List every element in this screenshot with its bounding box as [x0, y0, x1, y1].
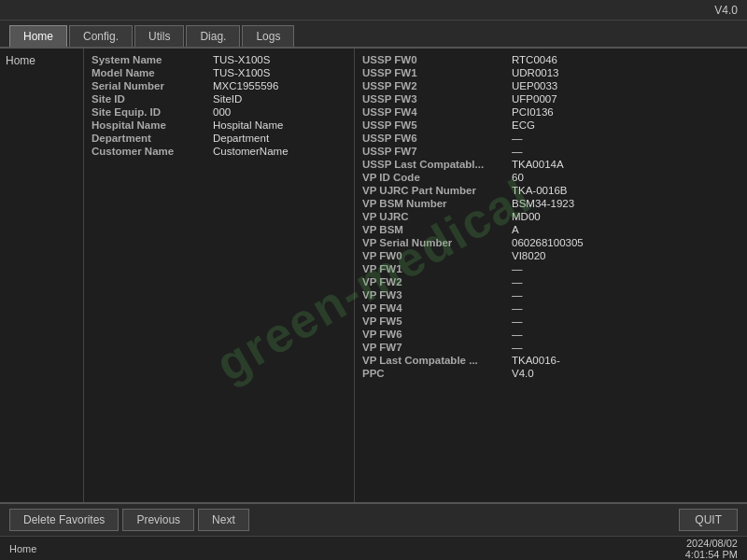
info-key: System Name — [92, 54, 213, 65]
fw-value: — — [512, 133, 523, 144]
next-button[interactable]: Next — [198, 509, 249, 531]
info-row: System NameTUS-X100S — [92, 54, 346, 65]
info-row: Model NameTUS-X100S — [92, 67, 346, 78]
fw-value: MD00 — [512, 211, 541, 222]
fw-row: USSP FW6— — [362, 133, 728, 144]
fw-key: USSP FW5 — [362, 119, 512, 131]
tab-utils[interactable]: Utils — [134, 25, 184, 47]
fw-info-scroll[interactable]: USSP FW0RTC0046USSP FW1UDR0013USSP FW2UE… — [355, 49, 747, 502]
fw-value: — — [512, 329, 523, 340]
fw-row: USSP FW0RTC0046 — [362, 54, 728, 65]
fw-row: VP FW2— — [362, 276, 728, 287]
fw-key: VP FW3 — [362, 289, 512, 301]
info-key: Model Name — [92, 67, 213, 78]
fw-key: VP FW6 — [362, 329, 512, 340]
info-key: Site ID — [92, 93, 213, 105]
fw-row: VP FW0VI8020 — [362, 250, 728, 261]
status-label: Home — [9, 543, 36, 554]
fw-row: VP BSMA — [362, 224, 728, 235]
fw-key: USSP FW2 — [362, 80, 512, 91]
fw-value: — — [512, 289, 523, 301]
fw-key: USSP FW0 — [362, 54, 512, 65]
info-value: Department — [213, 133, 269, 144]
info-row: Site Equip. ID000 — [92, 106, 346, 118]
fw-key: VP ID Code — [362, 172, 512, 183]
fw-key: VP BSM Number — [362, 198, 512, 209]
fw-value: TKA0016- — [512, 355, 560, 366]
fw-key: VP FW5 — [362, 315, 512, 327]
fw-key: VP Serial Number — [362, 237, 512, 248]
fw-row: USSP Last Compatabl...TKA0014A — [362, 159, 728, 170]
fw-value: UFP0007 — [512, 93, 557, 105]
fw-row: USSP FW5ECG — [362, 119, 728, 131]
fw-row: VP FW5— — [362, 315, 728, 327]
fw-key: VP FW1 — [362, 263, 512, 274]
version-label: V4.0 — [714, 4, 738, 17]
tab-diag[interactable]: Diag. — [186, 25, 240, 47]
fw-row: VP FW7— — [362, 342, 728, 353]
fw-key: VP BSM — [362, 224, 512, 235]
fw-row: VP BSM NumberBSM34-1923 — [362, 198, 728, 209]
fw-key: USSP FW3 — [362, 93, 512, 105]
fw-value: — — [512, 276, 523, 287]
fw-row: USSP FW2UEP0033 — [362, 80, 728, 91]
info-row: Serial NumberMXC1955596 — [92, 80, 346, 91]
tab-home[interactable]: Home — [9, 25, 67, 47]
fw-key: VP FW7 — [362, 342, 512, 353]
info-row: Site IDSiteID — [92, 93, 346, 105]
date-display: 2024/08/02 — [686, 538, 738, 549]
fw-row: USSP FW4PCI0136 — [362, 106, 728, 118]
fw-key: VP FW0 — [362, 250, 512, 261]
info-key: Site Equip. ID — [92, 106, 213, 118]
fw-key: VP Last Compatable ... — [362, 355, 512, 366]
fw-value: RTC0046 — [512, 54, 557, 65]
time-display: 4:01:54 PM — [685, 549, 738, 560]
fw-key: PPC — [362, 368, 512, 379]
fw-key: VP UJRC — [362, 211, 512, 222]
fw-value: — — [512, 263, 523, 274]
fw-key: USSP FW6 — [362, 133, 512, 144]
info-value: Hospital Name — [213, 119, 283, 131]
quit-button[interactable]: QUIT — [679, 509, 738, 531]
info-value: MXC1955596 — [213, 80, 278, 91]
fw-value: A — [512, 224, 519, 235]
previous-button[interactable]: Previous — [122, 509, 194, 531]
info-value: CustomerName — [213, 146, 289, 157]
status-bar: Home 2024/08/02 4:01:54 PM — [0, 536, 747, 560]
fw-key: VP UJRC Part Number — [362, 185, 512, 196]
fw-value: — — [512, 302, 523, 314]
fw-key: VP FW4 — [362, 302, 512, 314]
tab-bar: HomeConfig.UtilsDiag.Logs — [0, 21, 747, 49]
bottom-bar: Delete Favorites Previous Next QUIT — [0, 502, 747, 536]
fw-row: VP ID Code60 — [362, 172, 728, 183]
info-key: Customer Name — [92, 146, 213, 157]
fw-row: VP FW1— — [362, 263, 728, 274]
info-value: SiteID — [213, 93, 242, 105]
fw-value: — — [512, 342, 523, 353]
fw-row: VP UJRC Part NumberTKA-0016B — [362, 185, 728, 196]
fw-row: USSP FW1UDR0013 — [362, 67, 728, 78]
fw-row: USSP FW7— — [362, 146, 728, 157]
info-key: Department — [92, 133, 213, 144]
fw-value: UDR0013 — [512, 67, 559, 78]
tab-logs[interactable]: Logs — [242, 25, 294, 47]
fw-row: VP UJRCMD00 — [362, 211, 728, 222]
fw-row: VP FW3— — [362, 289, 728, 301]
fw-row: VP Last Compatable ...TKA0016- — [362, 355, 728, 366]
delete-favorites-button[interactable]: Delete Favorites — [9, 509, 119, 531]
sidebar-item-home[interactable]: Home — [6, 54, 35, 67]
datetime-display: 2024/08/02 4:01:54 PM — [685, 538, 738, 560]
fw-row: VP FW6— — [362, 329, 728, 340]
fw-value: V4.0 — [512, 368, 534, 379]
fw-key: USSP Last Compatabl... — [362, 159, 512, 170]
info-key: Hospital Name — [92, 119, 213, 131]
fw-key: VP FW2 — [362, 276, 512, 287]
info-row: Hospital NameHospital Name — [92, 119, 346, 131]
fw-key: USSP FW4 — [362, 106, 512, 118]
info-value: TUS-X100S — [213, 54, 270, 65]
top-bar: V4.0 — [0, 0, 747, 21]
fw-value: 60 — [512, 172, 524, 183]
fw-value: — — [512, 315, 523, 327]
fw-key: USSP FW1 — [362, 67, 512, 78]
tab-config[interactable]: Config. — [69, 25, 133, 47]
